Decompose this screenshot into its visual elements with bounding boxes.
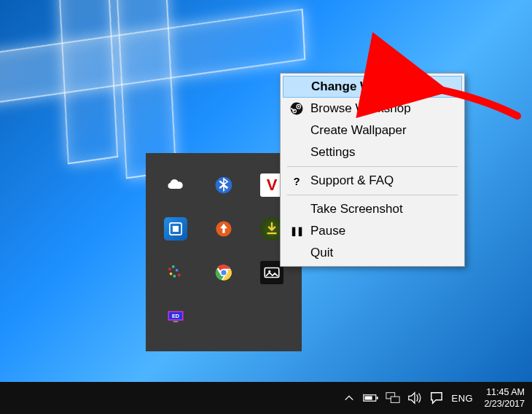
tray-context-menu: Change Wallpaper Browse Workshop Create … — [280, 73, 465, 267]
tray-chevron-icon[interactable] — [338, 382, 360, 414]
taskbar: ENG 11:45 AM 2/23/2017 — [0, 382, 532, 414]
updater-icon[interactable] — [212, 217, 235, 241]
svg-text:ED: ED — [172, 313, 179, 319]
menu-browse-workshop[interactable]: Browse Workshop — [283, 98, 462, 120]
menu-change-wallpaper[interactable]: Change Wallpaper — [283, 76, 462, 98]
svg-rect-10 — [178, 274, 180, 276]
clock-date: 2/23/2017 — [484, 398, 525, 410]
network-icon[interactable] — [382, 382, 404, 414]
pause-icon: ❚❚ — [289, 226, 305, 236]
steam-icon — [289, 102, 305, 115]
activity-icon[interactable] — [164, 261, 187, 284]
menu-separator — [287, 166, 458, 167]
svg-rect-2 — [173, 226, 179, 232]
chrome-icon[interactable] — [212, 261, 235, 284]
svg-point-22 — [298, 106, 300, 107]
menu-item-label: Create Wallpaper — [305, 123, 407, 138]
menu-item-label: Settings — [305, 145, 355, 160]
menu-support-faq[interactable]: ? Support & FAQ — [283, 170, 462, 192]
bluetooth-icon[interactable] — [212, 173, 235, 197]
ime-indicator[interactable]: ENG — [447, 382, 477, 414]
clock-time: 11:45 AM — [486, 386, 525, 398]
svg-rect-26 — [365, 396, 372, 399]
help-icon: ? — [289, 175, 305, 187]
svg-rect-28 — [391, 397, 400, 402]
menu-item-label: Change Wallpaper — [305, 79, 419, 94]
menu-item-label: Quit — [305, 246, 333, 260]
menu-pause[interactable]: ❚❚ Pause — [283, 220, 462, 242]
onedrive-icon[interactable] — [164, 173, 187, 197]
action-center-icon[interactable] — [426, 382, 447, 414]
menu-item-label: Browse Workshop — [305, 101, 411, 116]
svg-rect-8 — [170, 273, 172, 275]
menu-take-screenshot[interactable]: Take Screenshot — [283, 198, 462, 220]
menu-item-label: Take Screenshot — [305, 202, 403, 216]
svg-rect-5 — [168, 268, 171, 270]
menu-quit[interactable]: Quit — [283, 242, 462, 264]
intel-graphics-icon[interactable] — [164, 217, 187, 241]
system-tray-overflow: V ED — [146, 153, 302, 351]
display-app-icon[interactable]: ED — [164, 305, 187, 328]
volume-icon[interactable] — [404, 382, 426, 414]
menu-settings[interactable]: Settings — [283, 141, 462, 163]
svg-rect-6 — [172, 265, 174, 267]
taskbar-clock[interactable]: 11:45 AM 2/23/2017 — [477, 382, 532, 414]
svg-rect-4 — [267, 233, 277, 234]
svg-rect-25 — [377, 397, 378, 399]
battery-icon[interactable] — [360, 382, 382, 414]
menu-create-wallpaper[interactable]: Create Wallpaper — [283, 120, 462, 141]
menu-item-label: Pause — [305, 224, 345, 238]
menu-item-label: Support & FAQ — [305, 173, 394, 188]
svg-rect-7 — [176, 269, 178, 271]
svg-rect-19 — [173, 321, 179, 323]
svg-rect-9 — [173, 275, 176, 277]
menu-separator — [287, 195, 458, 195]
